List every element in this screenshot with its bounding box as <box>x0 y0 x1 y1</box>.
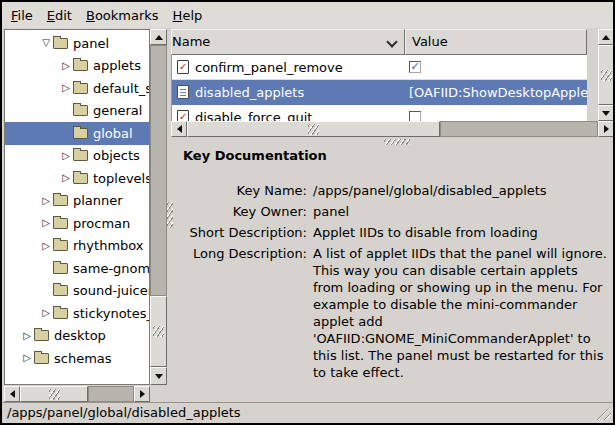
folder-icon <box>53 195 68 206</box>
menu-bookmarks[interactable]: Bookmarks <box>79 4 166 27</box>
expander-closed-icon[interactable]: ▷ <box>20 352 34 364</box>
column-header-value-label: Value <box>412 34 448 49</box>
tree-vscroll-up-button[interactable] <box>150 29 167 45</box>
arrow-up-icon <box>155 31 163 40</box>
column-header-value[interactable]: Value <box>405 29 587 55</box>
tree-hscroll-left-button[interactable] <box>4 386 20 402</box>
tree-item-panel[interactable]: ▽ panel <box>5 32 149 55</box>
tree-item-procman[interactable]: ▷ procman <box>5 212 149 235</box>
folder-icon <box>53 308 68 319</box>
arrow-right-icon <box>604 125 613 133</box>
column-header-name[interactable]: Name <box>171 29 405 55</box>
key-documentation-heading: Key Documentation <box>183 148 327 163</box>
tree-item-label: applets <box>93 58 141 73</box>
expander-closed-icon[interactable]: ▷ <box>59 82 73 94</box>
tree-vscroll-thumb[interactable] <box>150 296 167 367</box>
tree-item-label: procman <box>73 216 130 231</box>
folder-icon <box>53 263 68 274</box>
pane-splitter-horizontal[interactable] <box>384 139 410 145</box>
statusbar: /apps/panel/global/disabled_applets <box>2 402 613 423</box>
key-name-cell: disable_force_quit <box>195 110 405 122</box>
list-vscroll-down-button[interactable] <box>598 105 614 121</box>
folder-icon <box>73 105 88 116</box>
tree-item-label: schemas <box>54 351 112 366</box>
value-checkbox[interactable]: ✓ <box>409 61 421 73</box>
tree-item-defaultse[interactable]: ▷ default_se <box>5 77 149 100</box>
doc-field-value: /apps/panel/global/disabled_applets <box>313 182 609 199</box>
table-row-confirm_panel_remove[interactable]: confirm_panel_remove ✓ <box>172 55 587 80</box>
table-row-disable_force_quit[interactable]: disable_force_quit <box>172 105 587 121</box>
value-checkbox[interactable] <box>409 111 421 121</box>
doc-field-label: Short Description: <box>172 224 307 241</box>
arrow-right-icon <box>140 390 149 398</box>
tree-item-schemas[interactable]: ▷ schemas <box>5 347 149 370</box>
config-tree: ▽ panel ▷ applets ▷ default_se general g… <box>4 29 150 385</box>
sort-indicator-icon <box>386 36 397 47</box>
folder-icon <box>73 128 88 139</box>
list-hscroll-trough[interactable] <box>440 121 598 137</box>
expander-closed-icon[interactable]: ▷ <box>59 60 73 72</box>
doc-field-value: Applet IIDs to disable from loading <box>313 224 609 241</box>
tree-item-general[interactable]: general <box>5 100 149 123</box>
tree-item-global[interactable]: global <box>5 122 149 145</box>
tree-item-label: global <box>93 126 133 141</box>
expander-closed-icon[interactable]: ▷ <box>20 330 34 342</box>
doc-field-label: Key Name: <box>172 182 307 199</box>
key-list: confirm_panel_remove ✓ disabled_applets … <box>171 55 587 121</box>
arrow-left-icon <box>173 125 182 133</box>
arrow-down-icon <box>155 374 163 383</box>
tree-vscroll-trough[interactable] <box>150 45 167 296</box>
expander-closed-icon[interactable]: ▷ <box>39 307 53 319</box>
list-vscroll-up-button[interactable] <box>598 29 614 45</box>
arrow-up-icon <box>602 31 610 40</box>
expander-closed-icon[interactable]: ▷ <box>39 195 53 207</box>
menu-help[interactable]: Help <box>166 4 210 27</box>
folder-icon <box>73 173 88 184</box>
tree-item-label: sound-juicer <box>73 283 149 298</box>
folder-icon <box>53 285 68 296</box>
tree-item-label: default_se <box>93 81 149 96</box>
list-key-icon <box>177 85 189 99</box>
key-name-cell: disabled_applets <box>195 85 405 100</box>
expander-closed-icon[interactable]: ▷ <box>59 150 73 162</box>
expander-closed-icon[interactable]: ▷ <box>59 172 73 184</box>
tree-item-label: objects <box>93 148 140 163</box>
list-hscroll-left-button[interactable] <box>171 121 187 137</box>
tree-item-sound-juicer[interactable]: sound-juicer <box>5 280 149 303</box>
tree-item-label: same-gnome <box>73 261 149 276</box>
menu-file[interactable]: File <box>4 4 40 27</box>
folder-icon <box>34 353 49 364</box>
arrow-left-icon <box>6 390 15 398</box>
tree-hscroll-right-button[interactable] <box>134 386 150 402</box>
key-documentation-fields: Key Name:/apps/panel/global/disabled_app… <box>172 182 610 381</box>
expander-closed-icon[interactable]: ▷ <box>39 217 53 229</box>
expander-open-icon[interactable]: ▽ <box>39 37 53 49</box>
tree-hscroll-thumb[interactable] <box>20 386 88 402</box>
bool-key-icon <box>177 110 189 121</box>
menu-edit[interactable]: Edit <box>40 4 79 27</box>
folder-icon <box>73 83 88 94</box>
tree-item-stickynotes[interactable]: ▷ stickynotes_ <box>5 302 149 325</box>
tree-item-desktop[interactable]: ▷ desktop <box>5 325 149 348</box>
bool-key-icon <box>177 60 189 74</box>
menubar: FileEditBookmarksHelp <box>2 2 613 28</box>
tree-item-label: desktop <box>54 328 106 343</box>
tree-item-rhythmbox[interactable]: ▷ rhythmbox <box>5 235 149 258</box>
tree-item-label: rhythmbox <box>73 238 144 253</box>
folder-icon <box>53 240 68 251</box>
key-name-cell: confirm_panel_remove <box>195 60 405 75</box>
list-hscroll-right-button[interactable] <box>598 121 614 137</box>
tree-item-same-gnome[interactable]: same-gnome <box>5 257 149 280</box>
list-hscroll-thumb[interactable] <box>187 121 440 137</box>
tree-item-toplevels[interactable]: ▷ toplevels <box>5 167 149 190</box>
list-vscroll-thumb[interactable] <box>598 45 614 105</box>
tree-item-objects[interactable]: ▷ objects <box>5 145 149 168</box>
table-row-disabled_applets[interactable]: disabled_applets [OAFIID:ShowDesktopAppl… <box>172 80 587 105</box>
folder-icon <box>53 218 68 229</box>
tree-vscroll-down-button[interactable] <box>150 367 167 385</box>
folder-icon <box>73 150 88 161</box>
tree-item-applets[interactable]: ▷ applets <box>5 55 149 78</box>
expander-closed-icon[interactable]: ▷ <box>39 240 53 252</box>
tree-hscroll-trough[interactable] <box>88 386 134 402</box>
tree-item-planner[interactable]: ▷ planner <box>5 190 149 213</box>
